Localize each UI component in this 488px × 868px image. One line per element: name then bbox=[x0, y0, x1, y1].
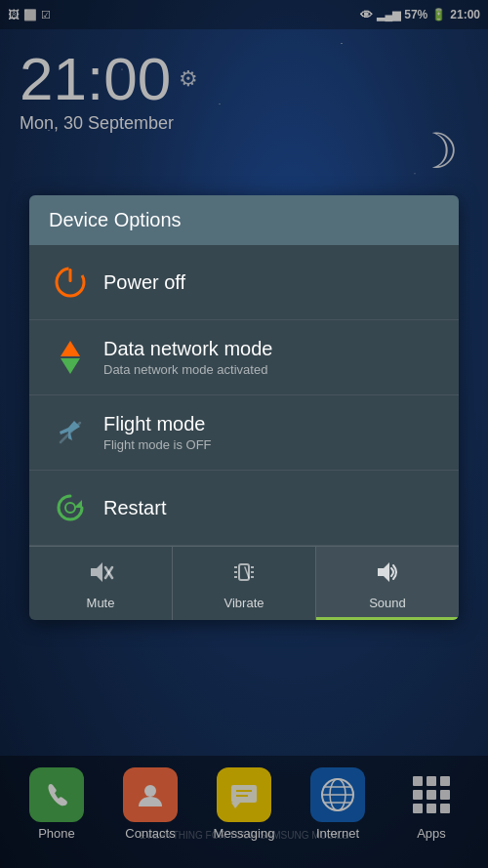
data-network-icon-container bbox=[49, 336, 92, 379]
mute-button[interactable]: Mute bbox=[29, 547, 173, 620]
power-off-icon-container bbox=[49, 261, 92, 304]
restart-item[interactable]: Restart bbox=[29, 471, 459, 546]
flight-mode-sublabel: Flight mode is OFF bbox=[103, 437, 212, 452]
device-options-title: Device Options bbox=[49, 209, 182, 230]
power-off-icon bbox=[53, 265, 88, 300]
sound-icon bbox=[374, 558, 401, 592]
device-options-body: Power off Data network mode Data network… bbox=[29, 245, 459, 620]
data-arrows-icon bbox=[61, 341, 80, 374]
svg-point-4 bbox=[65, 503, 75, 513]
data-arrow-up-icon bbox=[61, 341, 80, 356]
mute-icon bbox=[87, 558, 114, 592]
sound-active-indicator bbox=[316, 617, 459, 620]
flight-mode-label: Flight mode bbox=[103, 413, 212, 435]
vibrate-icon bbox=[230, 558, 258, 592]
flight-mode-icon-container bbox=[49, 411, 92, 454]
data-network-item[interactable]: Data network mode Data network mode acti… bbox=[29, 320, 459, 395]
restart-icon bbox=[53, 490, 88, 525]
svg-marker-5 bbox=[91, 562, 102, 582]
data-network-text: Data network mode Data network mode acti… bbox=[103, 338, 272, 377]
sound-label: Sound bbox=[369, 596, 406, 610]
power-off-item[interactable]: Power off bbox=[29, 245, 459, 320]
flight-mode-icon bbox=[53, 415, 88, 450]
sound-bar: Mute Vibrate bbox=[29, 546, 459, 620]
data-network-label: Data network mode bbox=[103, 338, 272, 360]
restart-text: Restart bbox=[103, 497, 166, 519]
restart-label: Restart bbox=[103, 497, 166, 519]
data-network-sublabel: Data network mode activated bbox=[103, 362, 272, 377]
mute-label: Mute bbox=[87, 596, 115, 610]
data-arrow-down-icon bbox=[61, 358, 80, 374]
power-off-text: Power off bbox=[103, 271, 185, 294]
restart-icon-container bbox=[49, 486, 92, 529]
power-off-label: Power off bbox=[103, 271, 185, 294]
sound-button[interactable]: Sound bbox=[316, 547, 459, 620]
device-options-dialog: Device Options Power off bbox=[29, 195, 459, 620]
vibrate-button[interactable]: Vibrate bbox=[173, 547, 316, 620]
svg-marker-16 bbox=[378, 562, 389, 582]
vibrate-label: Vibrate bbox=[224, 596, 264, 610]
svg-rect-1 bbox=[69, 269, 72, 282]
flight-mode-text: Flight mode Flight mode is OFF bbox=[103, 413, 212, 452]
device-options-header: Device Options bbox=[29, 195, 459, 245]
flight-mode-item[interactable]: Flight mode Flight mode is OFF bbox=[29, 395, 459, 471]
